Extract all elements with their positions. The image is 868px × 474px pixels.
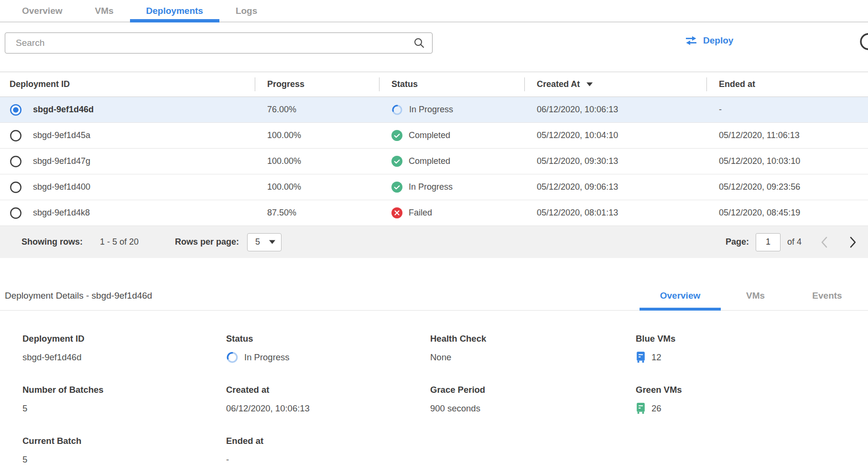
page-total: of 4 [787, 237, 802, 247]
vm-green-icon [636, 402, 646, 414]
table-row[interactable]: sbgd-9ef1d4k8 87.50% Failed 05/12/2020, … [0, 200, 868, 226]
tab-deployments-label: Deployments [146, 6, 203, 16]
radio-unselected-icon[interactable] [10, 129, 22, 142]
showing-rows-label: Showing rows: [22, 237, 83, 247]
table-header-row: Deployment ID Progress Status Created At… [0, 72, 868, 97]
in-progress-spinner-icon [391, 104, 403, 116]
tab-deployments[interactable]: Deployments [130, 0, 219, 22]
column-label: Status [391, 79, 418, 89]
field-label: Deployment ID [22, 334, 226, 344]
radio-unselected-icon[interactable] [10, 181, 22, 194]
previous-page-button[interactable] [821, 236, 828, 248]
progress-cell: 100.00% [255, 156, 379, 166]
field-value: sbgd-9ef1d46d [22, 351, 226, 364]
column-header-created-at[interactable]: Created At [524, 72, 706, 97]
field-green-vms: Green VMs 26 [636, 385, 868, 415]
column-label: Ended at [719, 79, 755, 89]
status-text: In Progress [409, 105, 453, 115]
field-value: - [226, 453, 430, 466]
details-tab-label: Overview [660, 291, 701, 301]
next-page-button[interactable] [849, 236, 857, 248]
deployment-id: sbgd-9ef1d4k8 [33, 208, 90, 218]
details-tab-events[interactable]: Events [790, 280, 864, 310]
column-label: Progress [267, 79, 304, 89]
completed-check-icon [391, 130, 402, 141]
table-row[interactable]: sbgd-9ef1d400 100.00% In Progress 05/12/… [0, 174, 868, 200]
completed-check-icon [391, 156, 402, 167]
tab-vms[interactable]: VMs [79, 0, 130, 22]
field-label: Ended at [226, 436, 430, 446]
page-controls: Page: of 4 [726, 233, 857, 251]
field-label: Status [226, 334, 430, 344]
field-deployment-id: Deployment ID sbgd-9ef1d46d [22, 334, 226, 364]
column-header-deployment-id[interactable]: Deployment ID [0, 72, 255, 97]
field-blue-vms: Blue VMs 12 [636, 334, 868, 364]
field-label: Grace Period [430, 385, 636, 395]
column-header-progress[interactable]: Progress [255, 72, 379, 97]
field-value: 5 [22, 402, 226, 415]
field-value: 26 [636, 402, 868, 415]
column-label: Deployment ID [10, 79, 70, 89]
column-label: Created At [537, 79, 580, 89]
field-label: Health Check [430, 334, 636, 344]
details-tab-bar: Overview VMs Events [640, 280, 864, 310]
status-text: In Progress [244, 352, 290, 363]
top-tab-bar: Overview VMs Deployments Logs [0, 0, 868, 22]
radio-unselected-icon[interactable] [10, 155, 22, 168]
field-health-check: Health Check None [430, 334, 636, 364]
search-icon[interactable] [413, 37, 425, 49]
rows-per-page-label: Rows per page: [175, 237, 239, 247]
tab-overview[interactable]: Overview [6, 0, 79, 22]
swap-arrows-icon [684, 35, 698, 46]
deployments-table: Deployment ID Progress Status Created At… [0, 72, 868, 258]
details-grid: Deployment ID sbgd-9ef1d46d Status In Pr… [0, 311, 868, 466]
details-tab-label: VMs [746, 291, 765, 301]
field-grace-period: Grace Period 900 seconds [430, 385, 636, 415]
failed-x-icon [391, 207, 402, 218]
table-row[interactable]: sbgd-9ef1d47g 100.00% Completed 05/12/20… [0, 149, 868, 174]
deployments-page: Overview VMs Deployments Logs [0, 0, 868, 474]
progress-cell: 100.00% [255, 182, 379, 192]
radio-unselected-icon[interactable] [10, 207, 22, 219]
radio-selected-icon[interactable] [10, 104, 22, 116]
completed-check-icon [391, 182, 402, 193]
status-text: Failed [409, 208, 432, 218]
table-row[interactable]: sbgd-9ef1d45a 100.00% Completed 05/12/20… [0, 123, 868, 149]
details-tab-overview[interactable]: Overview [640, 280, 721, 310]
table-row[interactable]: sbgd-9ef1d46d 76.00% In Progress 06/12/2… [0, 97, 868, 123]
page-number-input[interactable] [756, 233, 781, 251]
vm-count: 12 [651, 352, 662, 363]
progress-cell: 100.00% [255, 130, 379, 140]
deployment-id-cell: sbgd-9ef1d400 [0, 181, 255, 194]
column-header-ended-at[interactable]: Ended at [706, 72, 868, 97]
field-label: Blue VMs [636, 334, 868, 344]
table-pagination-bar: Showing rows: 1 - 5 of 20 Rows per page:… [0, 226, 868, 258]
search-input[interactable] [5, 32, 433, 54]
details-tab-vms[interactable]: VMs [721, 280, 790, 310]
field-value: 900 seconds [430, 402, 636, 415]
ended-at-cell: 05/12/2020, 09:23:56 [706, 182, 868, 192]
created-at-cell: 05/12/2020, 09:30:13 [524, 156, 706, 166]
field-value: 12 [636, 351, 868, 364]
field-status: Status In Progress [226, 334, 430, 364]
progress-cell: 87.50% [255, 208, 379, 218]
page-label: Page: [726, 237, 749, 247]
tab-vms-label: VMs [95, 6, 114, 16]
in-progress-spinner-icon [226, 351, 239, 364]
field-current-batch: Current Batch 5 [22, 436, 226, 466]
field-created-at: Created at 06/12/2020, 10:06:13 [226, 385, 430, 415]
deploy-button[interactable]: Deploy [684, 35, 733, 46]
tab-logs[interactable]: Logs [219, 0, 273, 22]
refresh-icon[interactable] [858, 32, 868, 52]
details-tab-label: Events [812, 291, 842, 301]
field-label: Current Batch [22, 436, 226, 446]
vm-count: 26 [651, 403, 662, 414]
showing-rows-value: 1 - 5 of 20 [100, 237, 139, 247]
deployment-id: sbgd-9ef1d47g [33, 156, 90, 166]
progress-cell: 76.00% [255, 105, 379, 115]
rows-per-page-select[interactable]: 5 [247, 233, 282, 251]
column-header-status[interactable]: Status [379, 72, 524, 97]
chevron-down-icon [269, 240, 275, 244]
deployment-details-section: Deployment Details - sbgd-9ef1d46d Overv… [0, 280, 868, 466]
field-ended-at: Ended at - [226, 436, 430, 466]
